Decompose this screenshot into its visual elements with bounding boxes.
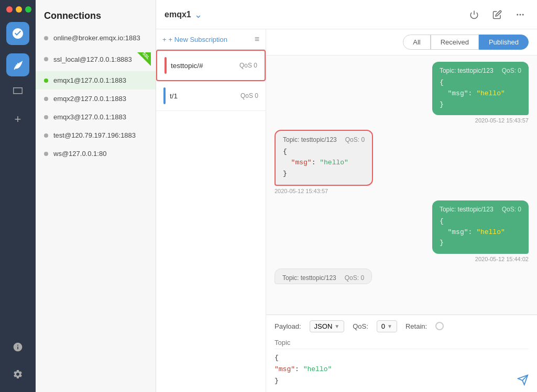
message-timestamp: 2020-05-12 15:43:57 bbox=[275, 188, 373, 194]
filter-icon[interactable]: ≡ bbox=[255, 35, 259, 44]
connection-label: test@120.79.197.196:1883 bbox=[53, 131, 136, 139]
minimize-button[interactable] bbox=[16, 6, 22, 13]
close-button[interactable] bbox=[6, 6, 13, 13]
connection-item-emqx3[interactable]: emqx3@127.0.0.1:1883 bbox=[36, 108, 156, 126]
code-brace-close: } bbox=[275, 377, 279, 385]
connections-title: Connections bbox=[36, 0, 156, 29]
input-controls: Payload: JSON ▼ QoS: 0 ▼ Retain: bbox=[275, 320, 529, 332]
send-button[interactable] bbox=[517, 373, 529, 386]
msg-key: "msg" bbox=[448, 228, 468, 236]
message-topic: Topic: testtopic/123 bbox=[440, 67, 494, 74]
payload-label: Payload: bbox=[275, 322, 301, 330]
connection-status-dot bbox=[44, 57, 48, 61]
message-timestamp: 2020-05-12 15:44:02 bbox=[432, 256, 529, 262]
main-area: emqx1 ⌄ + + New Subscription ≡ bbox=[156, 0, 537, 392]
code-colon: : bbox=[295, 365, 303, 373]
topic-input[interactable] bbox=[275, 337, 529, 349]
connection-label: emqx1@127.0.0.1:1883 bbox=[53, 76, 126, 84]
svg-point-3 bbox=[522, 14, 524, 15]
sub-color-bar bbox=[163, 87, 166, 104]
nav-add-icon[interactable]: + bbox=[6, 108, 29, 131]
topic-input-area bbox=[275, 337, 529, 352]
content-split: + + New Subscription ≡ testtopic/# QoS 0… bbox=[156, 29, 537, 392]
message-body: { "msg": "hello" } bbox=[283, 147, 365, 179]
new-subscription-button[interactable]: + + New Subscription bbox=[162, 36, 227, 43]
subscription-item-0[interactable]: testtopic/# QoS 0 bbox=[156, 50, 266, 81]
connection-label: online@broker.emqx.io:1883 bbox=[53, 34, 140, 42]
dropdown-arrow-icon[interactable]: ⌄ bbox=[194, 9, 202, 20]
tab-received[interactable]: Received bbox=[431, 35, 479, 50]
filter-tabs: All Received Published bbox=[266, 29, 537, 55]
message-header: Topic: testtopic/123 QoS: 0 bbox=[283, 136, 365, 143]
message-received-2-partial: Topic: testtopic/123 QoS: 0 bbox=[275, 268, 372, 284]
message-header: Topic: testtopic/123 QoS: 0 bbox=[440, 67, 521, 74]
message-topic: Topic: testtopic/123 bbox=[282, 274, 336, 282]
qos-select[interactable]: 0 ▼ bbox=[377, 320, 397, 332]
connection-status-dot bbox=[44, 133, 48, 138]
message-sent-2: Topic: testtopic/123 QoS: 0 { "msg": "he… bbox=[432, 200, 529, 262]
message-qos: QoS: 0 bbox=[502, 206, 521, 213]
connection-status-dot bbox=[44, 97, 48, 101]
connection-item-ws1[interactable]: ws@127.0.0.1:80 bbox=[36, 144, 156, 163]
message-body: { "msg": "hello" } bbox=[440, 77, 521, 110]
msg-val: "hello" bbox=[320, 159, 348, 166]
message-bubble: Topic: testtopic/123 QoS: 0 { "msg": "he… bbox=[432, 62, 529, 115]
new-subscription-label: + New Subscription bbox=[169, 36, 227, 43]
messages-panel: All Received Published Topic: testtopic/… bbox=[266, 29, 537, 392]
sub-item-left: testtopic/# bbox=[165, 57, 203, 74]
nav-info-icon[interactable] bbox=[6, 335, 29, 359]
maximize-button[interactable] bbox=[25, 6, 31, 13]
connection-label: ssl_local@127.0.0.1:8883 bbox=[53, 55, 132, 63]
qos-label: QoS: bbox=[353, 322, 368, 330]
connection-item-emqx1[interactable]: emqx1@127.0.0.1:1883 bbox=[36, 71, 156, 89]
edit-icon[interactable] bbox=[489, 6, 506, 23]
message-qos: QoS: 0 bbox=[345, 274, 364, 282]
nav-bottom-icons bbox=[6, 335, 29, 386]
message-topic: Topic: testtopic/123 bbox=[440, 206, 494, 213]
message-bubble: Topic: testtopic/123 QoS: 0 { "msg": "he… bbox=[432, 200, 529, 254]
subscription-item-1[interactable]: t/1 QoS 0 bbox=[156, 81, 266, 111]
connections-list: online@broker.emqx.io:1883 ssl_local@127… bbox=[36, 29, 156, 163]
qos-arrow-icon: ▼ bbox=[387, 323, 392, 329]
app-logo bbox=[6, 22, 29, 45]
connection-item-emqx2[interactable]: emqx2@127.0.0.1:1883 bbox=[36, 89, 156, 108]
retain-toggle[interactable] bbox=[435, 322, 444, 330]
payload-format-value: JSON bbox=[314, 322, 333, 330]
connection-item-online1[interactable]: online@broker.emqx.io:1883 bbox=[36, 29, 156, 47]
connection-label: emqx3@127.0.0.1:1883 bbox=[53, 113, 126, 121]
message-bubble-partial: Topic: testtopic/123 QoS: 0 bbox=[275, 268, 372, 284]
payload-format-select[interactable]: JSON ▼ bbox=[310, 320, 345, 332]
subscriptions-header: + + New Subscription ≡ bbox=[156, 29, 266, 50]
connection-item-test1[interactable]: test@120.79.197.196:1883 bbox=[36, 126, 156, 144]
more-icon[interactable] bbox=[512, 6, 529, 23]
tab-all[interactable]: All bbox=[403, 35, 430, 50]
message-qos: QoS: 0 bbox=[502, 67, 521, 74]
connection-status-dot bbox=[44, 79, 48, 83]
code-key: "msg" bbox=[275, 365, 295, 373]
retain-label: Retain: bbox=[406, 322, 427, 330]
connection-status-dot bbox=[44, 152, 48, 156]
nav-settings-icon[interactable] bbox=[6, 363, 29, 386]
connection-item-ssl1[interactable]: ssl_local@127.0.0.1:8883 SSL bbox=[36, 47, 156, 71]
message-list: Topic: testtopic/123 QoS: 0 { "msg": "he… bbox=[266, 55, 537, 315]
nav-monitor-icon[interactable] bbox=[6, 81, 29, 104]
traffic-lights bbox=[0, 6, 31, 13]
nav-connections-icon[interactable] bbox=[6, 53, 29, 76]
tab-published[interactable]: Published bbox=[479, 35, 529, 50]
message-header: Topic: testtopic/123 QoS: 0 bbox=[282, 274, 364, 282]
power-icon[interactable] bbox=[466, 6, 483, 23]
input-area: Payload: JSON ▼ QoS: 0 ▼ Retain: bbox=[266, 315, 537, 392]
connection-label: ws@127.0.0.1:80 bbox=[53, 150, 106, 158]
connection-label: emqx2@127.0.0.1:1883 bbox=[53, 95, 126, 103]
sub-qos-label: QoS 0 bbox=[239, 62, 257, 69]
msg-val: "hello" bbox=[476, 228, 505, 236]
message-body: { "msg": "hello" } bbox=[440, 216, 521, 249]
svg-point-1 bbox=[517, 14, 518, 15]
sub-item-left: t/1 bbox=[163, 87, 178, 104]
sub-qos-label: QoS 0 bbox=[240, 92, 258, 99]
topbar: emqx1 ⌄ bbox=[156, 0, 537, 29]
msg-key: "msg" bbox=[291, 159, 312, 166]
code-input-area: { "msg": "hello" } bbox=[275, 352, 529, 387]
msg-val: "hello" bbox=[476, 89, 505, 97]
message-topic: Topic: testtopic/123 bbox=[283, 136, 337, 143]
